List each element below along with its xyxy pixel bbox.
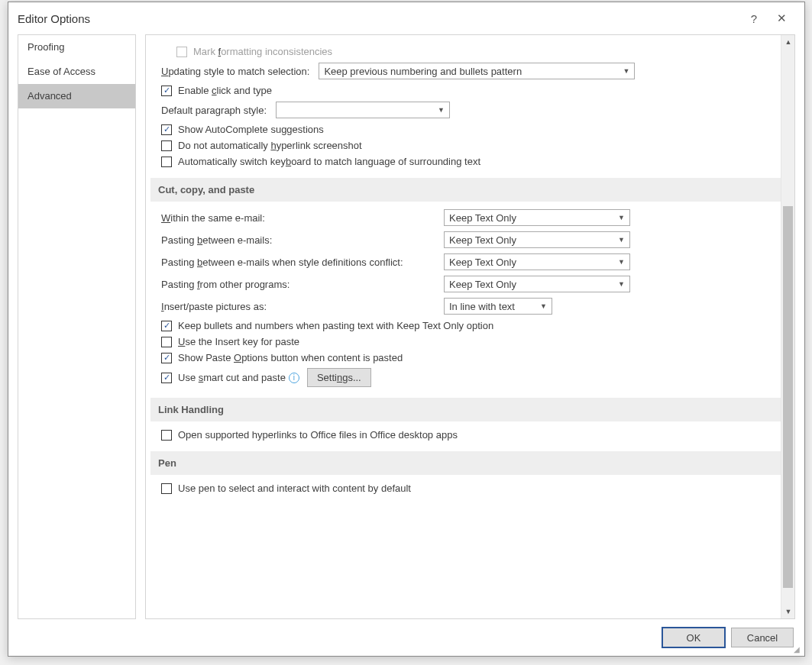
info-icon[interactable]: i xyxy=(289,373,299,383)
chevron-down-icon: ▼ xyxy=(540,302,547,310)
section-pen: Pen xyxy=(150,451,781,475)
label-keep-bullets: Keep bullets and numbers when pasting te… xyxy=(178,320,493,331)
label-other-programs: Pasting from other programs: xyxy=(161,279,444,290)
combo-insert-pictures[interactable]: In line with text ▼ xyxy=(444,298,552,315)
row-insert-pictures: Insert/paste pictures as: In line with t… xyxy=(161,298,781,315)
checkbox-smart-cut-paste[interactable]: ✓ xyxy=(161,373,172,383)
scroll-down-arrow[interactable]: ▼ xyxy=(781,605,795,618)
content-pane: Mark formatting inconsistencies Updating… xyxy=(145,34,795,619)
option-autocomplete: ✓ Show AutoComplete suggestions xyxy=(161,124,781,135)
dialog-footer: OK Cancel xyxy=(8,619,804,656)
resize-grip[interactable]: ◢ xyxy=(794,645,803,654)
label-use-pen: Use pen to select and interact with cont… xyxy=(178,483,411,494)
scroll-up-arrow[interactable]: ▲ xyxy=(781,35,795,49)
chevron-down-icon: ▼ xyxy=(618,214,625,221)
combo-other-programs-value: Keep Text Only xyxy=(449,279,516,290)
sidebar-item-ease-of-access[interactable]: Ease of Access xyxy=(18,60,135,84)
combo-updating-style[interactable]: Keep previous numbering and bullets patt… xyxy=(319,63,635,79)
option-keep-bullets: ✓ Keep bullets and numbers when pasting … xyxy=(161,320,781,331)
row-updating-style: Updating style to match selection: Keep … xyxy=(161,63,781,79)
ok-button[interactable]: OK xyxy=(662,628,725,647)
combo-within-email-value: Keep Text Only xyxy=(449,212,516,224)
chevron-down-icon: ▼ xyxy=(618,236,625,244)
option-paste-options: ✓ Show Paste Options button when content… xyxy=(161,352,781,363)
label-open-office-links: Open supported hyperlinks to Office file… xyxy=(178,429,458,441)
row-style-conflict: Pasting between e-mails when style defin… xyxy=(161,253,781,270)
checkbox-open-office-links[interactable] xyxy=(161,430,172,441)
cancel-button[interactable]: Cancel xyxy=(731,628,794,647)
label-mark-formatting: Mark formatting inconsistencies xyxy=(193,46,332,57)
checkbox-auto-keyboard[interactable] xyxy=(161,157,172,167)
dialog-body: Proofing Ease of Access Advanced Mark fo… xyxy=(8,34,804,619)
option-auto-keyboard: Automatically switch keyboard to match l… xyxy=(161,156,781,167)
combo-style-conflict-value: Keep Text Only xyxy=(449,257,516,268)
checkbox-keep-bullets[interactable]: ✓ xyxy=(161,321,172,331)
checkbox-enable-click-type[interactable]: ✓ xyxy=(161,86,172,96)
sidebar: Proofing Ease of Access Advanced xyxy=(18,34,136,619)
chevron-down-icon: ▼ xyxy=(618,280,625,288)
label-autocomplete: Show AutoComplete suggestions xyxy=(178,124,324,135)
row-other-programs: Pasting from other programs: Keep Text O… xyxy=(161,276,781,292)
titlebar: Editor Options ? ✕ xyxy=(8,2,804,34)
section-cut-copy-paste: Cut, copy, and paste xyxy=(150,178,781,202)
label-insert-pictures: Insert/paste pictures as: xyxy=(161,301,444,312)
sidebar-item-proofing[interactable]: Proofing xyxy=(18,35,135,60)
chevron-down-icon: ▼ xyxy=(623,67,629,75)
option-no-hyperlink: Do not automatically hyperlink screensho… xyxy=(161,140,781,151)
label-between-emails: Pasting between e-mails: xyxy=(161,234,444,246)
option-insert-key: Use the Insert key for paste xyxy=(161,336,781,347)
label-default-paragraph: Default paragraph style: xyxy=(161,105,267,116)
dialog-title: Editor Options xyxy=(18,12,740,25)
label-auto-keyboard: Automatically switch keyboard to match l… xyxy=(178,156,480,167)
help-button[interactable]: ? xyxy=(740,6,768,31)
settings-button[interactable]: Settings... xyxy=(307,368,371,387)
label-within-email: Within the same e-mail: xyxy=(161,212,444,224)
label-updating-style: Updating style to match selection: xyxy=(161,66,309,77)
chevron-down-icon: ▼ xyxy=(438,106,445,114)
vertical-scrollbar[interactable]: ▲ ▼ xyxy=(781,35,794,618)
editor-options-dialog: Editor Options ? ✕ Proofing Ease of Acce… xyxy=(8,2,805,657)
option-open-office-links: Open supported hyperlinks to Office file… xyxy=(161,429,781,441)
label-paste-options: Show Paste Options button when content i… xyxy=(178,352,403,363)
label-smart-cut-paste: Use smart cut and paste xyxy=(178,372,286,383)
checkbox-mark-formatting xyxy=(176,47,187,57)
combo-between-emails[interactable]: Keep Text Only ▼ xyxy=(444,231,630,248)
row-within-email: Within the same e-mail: Keep Text Only ▼ xyxy=(161,209,781,226)
close-button[interactable]: ✕ xyxy=(768,6,795,31)
combo-between-emails-value: Keep Text Only xyxy=(449,234,516,246)
combo-updating-style-value: Keep previous numbering and bullets patt… xyxy=(324,66,522,77)
combo-default-paragraph[interactable]: ▼ xyxy=(276,102,450,118)
label-insert-key: Use the Insert key for paste xyxy=(178,336,299,347)
label-no-hyperlink: Do not automatically hyperlink screensho… xyxy=(178,140,362,151)
option-enable-click-type: ✓ Enable click and type xyxy=(161,85,781,96)
row-default-paragraph-style: Default paragraph style: ▼ xyxy=(161,102,781,118)
checkbox-use-pen[interactable] xyxy=(161,483,172,494)
option-use-pen: Use pen to select and interact with cont… xyxy=(161,483,781,494)
checkbox-no-hyperlink[interactable] xyxy=(161,140,172,151)
option-mark-formatting: Mark formatting inconsistencies xyxy=(176,46,781,57)
section-link-handling: Link Handling xyxy=(150,398,781,421)
row-between-emails: Pasting between e-mails: Keep Text Only … xyxy=(161,231,781,248)
combo-within-email[interactable]: Keep Text Only ▼ xyxy=(444,209,630,226)
sidebar-item-advanced[interactable]: Advanced xyxy=(18,84,135,108)
checkbox-autocomplete[interactable]: ✓ xyxy=(161,124,172,135)
advanced-options-content: Mark formatting inconsistencies Updating… xyxy=(146,35,781,618)
label-enable-click-type: Enable click and type xyxy=(178,85,272,96)
option-smart-cut-paste: ✓ Use smart cut and paste i Settings... xyxy=(161,368,781,387)
chevron-down-icon: ▼ xyxy=(618,258,625,266)
scroll-thumb[interactable] xyxy=(783,206,793,588)
label-style-conflict: Pasting between e-mails when style defin… xyxy=(161,257,444,268)
combo-other-programs[interactable]: Keep Text Only ▼ xyxy=(444,276,630,292)
checkbox-paste-options[interactable]: ✓ xyxy=(161,353,172,363)
combo-style-conflict[interactable]: Keep Text Only ▼ xyxy=(444,253,630,270)
combo-insert-pictures-value: In line with text xyxy=(449,301,515,312)
checkbox-insert-key[interactable] xyxy=(161,337,172,347)
